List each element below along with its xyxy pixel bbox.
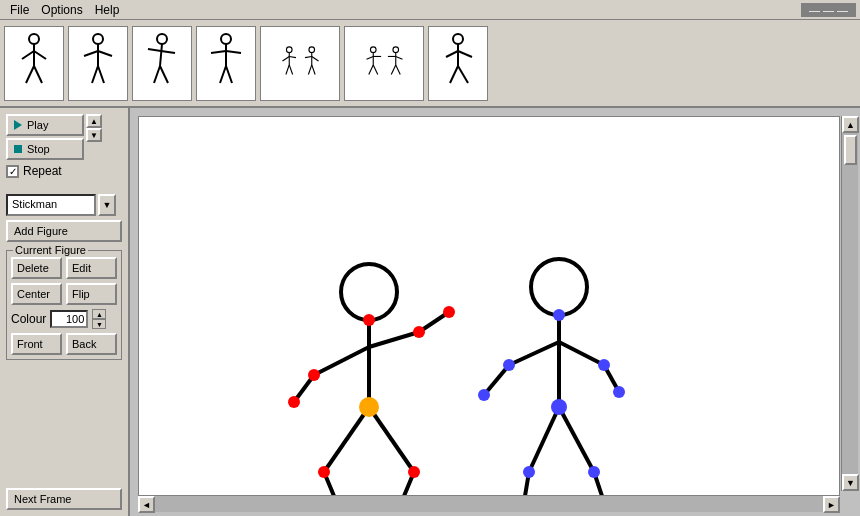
divider1 bbox=[6, 182, 122, 190]
svg-line-62 bbox=[324, 407, 369, 472]
add-figure-button[interactable]: Add Figure bbox=[6, 220, 122, 242]
menu-options[interactable]: Options bbox=[35, 1, 88, 19]
figure-preview-2[interactable] bbox=[68, 26, 128, 101]
figure-preview-4[interactable] bbox=[196, 26, 256, 101]
svg-point-65 bbox=[413, 326, 425, 338]
menu-help[interactable]: Help bbox=[89, 1, 126, 19]
menu-file[interactable]: File bbox=[4, 1, 35, 19]
figure-preview-1[interactable] bbox=[4, 26, 64, 101]
svg-point-30 bbox=[308, 46, 314, 52]
figure-type-select[interactable]: Stickman bbox=[6, 194, 96, 216]
figure-type-dropdown[interactable]: ▼ bbox=[98, 194, 116, 216]
spacer bbox=[6, 364, 122, 484]
center-label: Center bbox=[17, 288, 50, 300]
svg-line-27 bbox=[289, 56, 296, 57]
svg-point-69 bbox=[359, 397, 379, 417]
figure-preview-3[interactable] bbox=[132, 26, 192, 101]
svg-point-48 bbox=[453, 34, 463, 44]
svg-line-33 bbox=[311, 56, 318, 61]
colour-input[interactable] bbox=[50, 310, 88, 328]
left-panel: Play Stop ▲ ▼ ✓ Repeat Stickman ▼ bbox=[0, 108, 130, 516]
svg-line-5 bbox=[34, 66, 42, 83]
svg-point-74 bbox=[531, 259, 587, 315]
svg-line-40 bbox=[368, 64, 373, 74]
current-figure-group: Current Figure Delete Edit Center Flip C… bbox=[6, 250, 122, 360]
scroll-up-button[interactable]: ▲ bbox=[86, 114, 102, 128]
svg-point-64 bbox=[363, 314, 375, 326]
drawing-canvas[interactable] bbox=[138, 116, 840, 496]
svg-line-47 bbox=[395, 64, 400, 74]
delete-edit-row: Delete Edit bbox=[11, 257, 117, 279]
svg-line-23 bbox=[226, 66, 232, 83]
svg-line-58 bbox=[314, 347, 369, 375]
svg-point-92 bbox=[588, 466, 600, 478]
scroll-thumb-vertical[interactable] bbox=[844, 135, 857, 165]
svg-line-2 bbox=[22, 51, 34, 59]
next-frame-button[interactable]: Next Frame bbox=[6, 488, 122, 510]
scroll-track-horizontal[interactable] bbox=[155, 496, 823, 512]
scroll-down-canvas[interactable]: ▼ bbox=[842, 474, 859, 491]
svg-line-34 bbox=[308, 64, 311, 74]
front-back-row: Front Back bbox=[11, 333, 117, 355]
delete-button[interactable]: Delete bbox=[11, 257, 62, 279]
canvas-area: ▲ ▼ ◄ ► bbox=[130, 108, 860, 516]
svg-line-76 bbox=[509, 342, 559, 365]
figure-preview-5[interactable] bbox=[260, 26, 340, 101]
scroll-arrows-playback: ▲ ▼ bbox=[86, 114, 102, 142]
svg-line-3 bbox=[34, 51, 46, 59]
svg-line-56 bbox=[369, 332, 419, 347]
svg-point-84 bbox=[553, 309, 565, 321]
flip-button[interactable]: Flip bbox=[66, 283, 117, 305]
scroll-up-canvas[interactable]: ▲ bbox=[842, 116, 859, 133]
svg-line-53 bbox=[458, 66, 468, 83]
svg-line-10 bbox=[92, 66, 98, 83]
svg-line-21 bbox=[226, 51, 241, 53]
svg-line-80 bbox=[529, 407, 559, 472]
flip-label: Flip bbox=[72, 288, 90, 300]
play-button[interactable]: Play bbox=[6, 114, 84, 136]
svg-point-88 bbox=[613, 386, 625, 398]
svg-line-16 bbox=[154, 66, 160, 83]
figure-preview-6[interactable] bbox=[344, 26, 424, 101]
colour-label: Colour bbox=[11, 312, 46, 326]
svg-point-68 bbox=[288, 396, 300, 408]
current-figure-title: Current Figure bbox=[13, 244, 88, 256]
menubar: File Options Help — — — bbox=[0, 0, 860, 20]
edit-button[interactable]: Edit bbox=[66, 257, 117, 279]
repeat-row: ✓ Repeat bbox=[6, 164, 122, 178]
repeat-checkbox[interactable]: ✓ bbox=[6, 165, 19, 178]
scroll-left-canvas[interactable]: ◄ bbox=[138, 496, 155, 513]
svg-line-32 bbox=[305, 56, 312, 57]
repeat-label: Repeat bbox=[23, 164, 62, 178]
scroll-right-canvas[interactable]: ► bbox=[823, 496, 840, 513]
svg-line-15 bbox=[161, 51, 175, 53]
svg-point-70 bbox=[408, 466, 420, 478]
svg-line-51 bbox=[458, 51, 472, 57]
svg-point-36 bbox=[370, 46, 376, 52]
svg-line-11 bbox=[98, 66, 104, 83]
svg-point-24 bbox=[286, 46, 292, 52]
colour-spin-up[interactable]: ▲ bbox=[92, 309, 106, 319]
scroll-down-button[interactable]: ▼ bbox=[86, 128, 102, 142]
scroll-track-vertical[interactable] bbox=[842, 133, 858, 474]
svg-point-0 bbox=[29, 34, 39, 44]
stop-icon bbox=[14, 145, 22, 153]
stop-label: Stop bbox=[27, 143, 50, 155]
svg-line-29 bbox=[289, 64, 292, 74]
play-icon bbox=[14, 120, 22, 130]
svg-line-41 bbox=[373, 64, 378, 74]
svg-line-52 bbox=[450, 66, 458, 83]
next-frame-label: Next Frame bbox=[14, 493, 71, 505]
svg-point-87 bbox=[598, 359, 610, 371]
svg-line-78 bbox=[559, 342, 604, 365]
svg-line-45 bbox=[395, 56, 402, 59]
stop-button[interactable]: Stop bbox=[6, 138, 84, 160]
svg-line-22 bbox=[220, 66, 226, 83]
svg-line-4 bbox=[26, 66, 34, 83]
figure-preview-7[interactable] bbox=[428, 26, 488, 101]
colour-spin-down[interactable]: ▼ bbox=[92, 319, 106, 329]
back-button[interactable]: Back bbox=[66, 333, 117, 355]
edit-label: Edit bbox=[72, 262, 91, 274]
center-button[interactable]: Center bbox=[11, 283, 62, 305]
front-button[interactable]: Front bbox=[11, 333, 62, 355]
